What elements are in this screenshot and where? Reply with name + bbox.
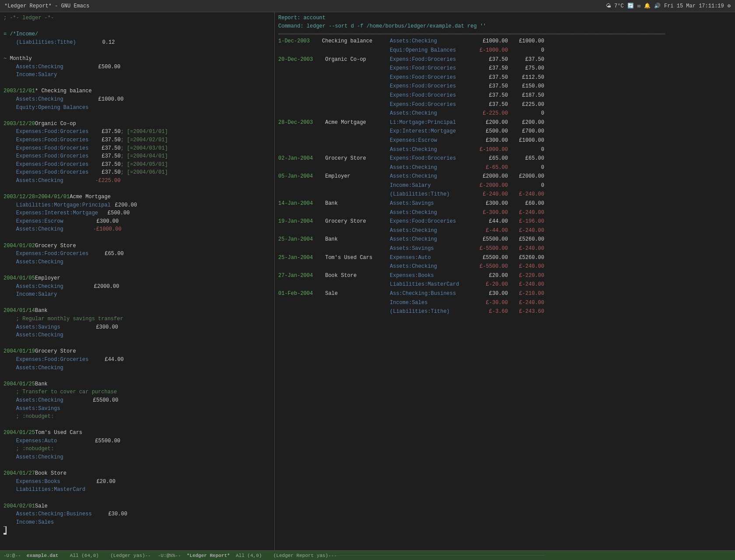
- status-left-mode: -U:@--: [4, 553, 27, 558]
- list-item: Exp:Interest:Mortgage £500.00 £700.00: [275, 127, 735, 136]
- list-item: Equity:Opening Balances: [4, 104, 271, 112]
- list-item: 20-Dec-2003 Organic Co-op Expens:Food:Gr…: [275, 55, 735, 64]
- list-item: ; :nobudget:: [4, 413, 271, 421]
- list-item: Expenses:Food:Groceries£37.50 ; [=2004/0…: [4, 168, 271, 177]
- list-item: [4, 185, 271, 193]
- report-separator: ════════════════════════════════════════…: [275, 32, 735, 37]
- list-item: 2004/01/14 Bank: [4, 307, 271, 315]
- list-item: Income:Salary £-2000.00 0: [275, 181, 735, 190]
- list-item: Income:Salary: [4, 71, 271, 79]
- list-item: 2003/12/28=2004/01/01 Acme Mortgage: [4, 193, 271, 201]
- list-item: 02-Jan-2004 Grocery Store Expens:Food:Gr…: [275, 154, 735, 163]
- list-item: Expenses:Books£20.00: [4, 478, 271, 486]
- list-item: Assets:Checking £-225.00 0: [275, 109, 735, 118]
- list-item: Assets:Checking£2000.00: [4, 283, 271, 291]
- list-item: Expenses:Interest:Mortgage£500.00: [4, 209, 271, 217]
- list-item: (Liabilities:Tithe) £-240.00 £-240.00: [275, 190, 735, 199]
- list-item: [4, 372, 271, 380]
- settings-icon[interactable]: ⚙: [728, 3, 731, 9]
- list-item: Assets:Checking £-300.00 £-240.00: [275, 208, 735, 217]
- list-item: Assets:Savings£300.00: [4, 323, 271, 332]
- report-command: Command: ledger --sort d -f /home/borbus…: [278, 22, 732, 31]
- list-item: Expenses:Food:Groceries£44.00: [4, 356, 271, 364]
- list-item: [4, 462, 271, 470]
- list-item: Expens:Food:Groceries £37.50 £187.50: [275, 91, 735, 100]
- list-item: [4, 46, 271, 55]
- clock-display: Fri 15 Mar 17:11:19: [664, 3, 724, 9]
- list-item: Income:Salary: [4, 290, 271, 299]
- list-item: Assets:Checking £-44.00 £-240.00: [275, 226, 735, 235]
- left-editor[interactable]: ; -*- ledger -*- = /*Income/ (Liabilitie…: [0, 12, 274, 550]
- list-item: Assets:Checking £-5500.00 £-240.00: [275, 262, 735, 271]
- report-entries: 1-Dec-2003 Checking balance Assets:Check…: [275, 37, 735, 316]
- list-item: 2004/01/02 Grocery Store: [4, 242, 271, 250]
- list-item: 27-Jan-2004 Book Store Expenses:Books £2…: [275, 271, 735, 280]
- list-item: [4, 299, 271, 307]
- list-item: 2003/12/20 Organic Co-op: [4, 120, 271, 128]
- list-item: [4, 234, 271, 242]
- list-item: Equi:Opening Balances £-1000.00 0: [275, 46, 735, 55]
- list-item: 2004/01/05 Employer: [4, 274, 271, 283]
- list-item: Assets:Checking: [4, 331, 271, 340]
- titlebar-title: *Ledger Report* - GNU Emacs: [4, 3, 89, 9]
- list-item: Liabilities:MasterCard: [4, 486, 271, 494]
- list-item: Expenses:Escrow£300.00: [4, 217, 271, 226]
- list-item: (Liabilities:Tithe) £-3.60 £-243.60: [275, 307, 735, 316]
- volume-icon[interactable]: 🔊: [654, 3, 661, 9]
- list-item: Expenses:Escrow £300.00 £1000.00: [275, 136, 735, 145]
- mail-icon[interactable]: ✉: [637, 3, 640, 9]
- list-item: [4, 22, 271, 31]
- list-item: [4, 112, 271, 120]
- list-item: Expens:Food:Groceries £37.50 £112.50: [275, 73, 735, 82]
- left-pane[interactable]: ; -*- ledger -*- = /*Income/ (Liabilitie…: [0, 12, 275, 550]
- status-right-modename: (Ledger Report yas)---: [273, 553, 337, 558]
- list-item: 25-Jan-2004 Tom's Used Cars Expenses:Aut…: [275, 253, 735, 262]
- list-item: Assets:Checking-£225.00: [4, 177, 271, 185]
- list-item: [4, 340, 271, 348]
- list-item: Expens:Food:Groceries £37.50 £225.00: [275, 100, 735, 109]
- list-item: [4, 494, 271, 502]
- list-item: 2004/01/19 Grocery Store: [4, 347, 271, 356]
- list-item: ; Regular monthly savings transfer: [4, 315, 271, 323]
- list-item: Assets:Checking£500.00: [4, 63, 271, 71]
- list-item: Assets:Savings £-5500.00 £-240.00: [275, 244, 735, 253]
- list-item: Expenses:Food:Groceries£37.50 ; [=2004/0…: [4, 161, 271, 169]
- list-item: 2004/01/25 Tom's Used Cars: [4, 429, 271, 437]
- status-left-modename: (Ledger yas)--: [110, 553, 150, 558]
- list-item: Assets:Checking £-65.00 0: [275, 163, 735, 172]
- list-item: 14-Jan-2004 Bank Assets:Savings £300.00 …: [275, 199, 735, 208]
- list-item: [4, 266, 271, 274]
- list-item: 2004/01/25 Bank: [4, 380, 271, 388]
- list-item: Liabilities:MasterCard £-20.00 £-240.00: [275, 280, 735, 289]
- list-item: ~ Monthly: [4, 55, 271, 63]
- status-right-filename: *Ledger Report*: [187, 553, 230, 558]
- list-item: Assets:Checking: [4, 453, 271, 462]
- titlebar: *Ledger Report* - GNU Emacs 🌤 7°C 🔄 ✉ 🔔 …: [0, 0, 735, 12]
- list-item: Expens:Food:Groceries £37.50 £75.00: [275, 64, 735, 73]
- cursor-line: ▋: [4, 526, 271, 535]
- status-bar: -U:@-- example.dat All (64,0) (Ledger ya…: [0, 550, 735, 560]
- report-title: Report: account: [278, 14, 732, 22]
- list-item: 25-Jan-2004 Bank Assets:Checking £5500.0…: [275, 235, 735, 244]
- main-area: ; -*- ledger -*- = /*Income/ (Liabilitie…: [0, 12, 735, 550]
- list-item: Assets:Checking:Business£30.00: [4, 510, 271, 518]
- status-right-mode: -U:@%%--: [158, 553, 187, 558]
- right-pane[interactable]: Report: account Command: ledger --sort d…: [275, 12, 735, 550]
- list-item: Assets:Checking: [4, 364, 271, 372]
- list-item: ; -*- ledger -*-: [4, 14, 271, 22]
- status-right-position: All (4,0): [230, 553, 273, 558]
- list-item: ; Transfer to cover car purchase: [4, 388, 271, 396]
- status-left: -U:@-- example.dat All (64,0) (Ledger ya…: [0, 551, 154, 560]
- weather-display: 🌤 7°C: [606, 3, 624, 9]
- refresh-icon[interactable]: 🔄: [627, 3, 634, 9]
- list-item: Expenses:Food:Groceries£65.00: [4, 250, 271, 258]
- list-item: Expenses:Food:Groceries£37.50 ; [=2004/0…: [4, 144, 271, 153]
- list-item: 28-Dec-2003 Acme Mortgage Li:Mortgage:Pr…: [275, 118, 735, 127]
- list-item: Expenses:Food:Groceries£37.50 ; [=2004/0…: [4, 136, 271, 144]
- report-header: Report: account Command: ledger --sort d…: [275, 12, 735, 32]
- status-right: -U:@%%-- *Ledger Report* All (4,0) (Ledg…: [154, 551, 735, 560]
- list-item: 2003/12/01 * Checking balance: [4, 87, 271, 95]
- list-item: [4, 421, 271, 429]
- list-item: = /*Income/: [4, 30, 271, 38]
- network-icon[interactable]: 🔔: [644, 3, 651, 9]
